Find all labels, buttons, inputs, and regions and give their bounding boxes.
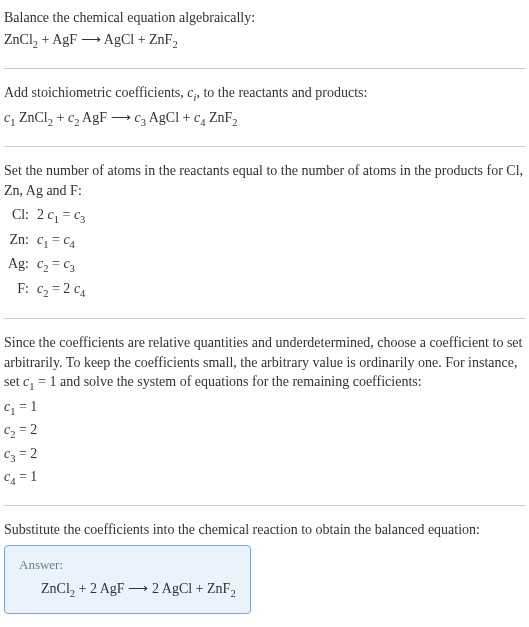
reaction-arrow-icon: ⟶ [111,110,132,125]
text-part: , to the reactants and products: [196,85,367,100]
reaction-arrow-icon: ⟶ [128,581,149,596]
element-label: Ag: [4,253,33,277]
coefficient-equation: c1 ZnCl2 + c2 AgF ⟶ c3 AgCl + c4 ZnF2 [4,108,525,130]
element-equation: c2 = 2 c4 [33,278,89,302]
eq-part: = 2 [15,446,37,461]
element-equation: c2 = c3 [33,253,89,277]
eq-part: = [59,207,74,222]
unbalanced-equation: ZnCl2 + AgF ⟶ AgCl + ZnF2 [4,30,525,52]
coef-sub: 3 [80,214,85,225]
balanced-equation: ZnCl2 + 2 AgF ⟶ 2 AgCl + ZnF2 [19,579,236,601]
element-label: Cl: [4,204,33,228]
eq-part: = 1 [15,469,37,484]
section-problem: Balance the chemical equation algebraica… [4,8,525,69]
eq-part: ZnF [205,110,232,125]
eq-part: AgCl + ZnF [101,32,172,47]
section-atom-balance: Set the number of atoms in the reactants… [4,161,525,319]
element-equation: 2 c1 = c3 [33,204,89,228]
eq-part: AgCl + [146,110,194,125]
element-equation: c1 = c4 [33,229,89,253]
eq-part: = 1 [15,399,37,414]
atom-balance-text: Set the number of atoms in the reactants… [4,161,525,200]
coefficient-value: c1 = 1 [4,397,525,419]
text-part: Add stoichiometric coefficients, [4,85,187,100]
section-solve: Since the coefficients are relative quan… [4,333,525,506]
eq-part: ZnCl [41,581,70,596]
section-answer: Substitute the coefficients into the che… [4,520,525,627]
table-row: Zn: c1 = c4 [4,229,89,253]
coef-sub: 4 [70,239,75,250]
prompt-text: Balance the chemical equation algebraica… [4,8,525,28]
element-label: Zn: [4,229,33,253]
section-coefficients-intro: Add stoichiometric coefficients, ci, to … [4,83,525,147]
eq-part: ZnCl [4,32,33,47]
table-row: Ag: c2 = c3 [4,253,89,277]
coeff-intro-text: Add stoichiometric coefficients, ci, to … [4,83,525,105]
reaction-arrow-icon: ⟶ [81,32,102,47]
answer-label: Answer: [19,556,236,574]
eq-part: = 2 [48,281,73,296]
table-row: Cl: 2 c1 = c3 [4,204,89,228]
eq-part: 2 [37,207,48,222]
eq-part: + AgF [38,32,81,47]
element-label: F: [4,278,33,302]
table-row: F: c2 = 2 c4 [4,278,89,302]
eq-part: 2 AgCl + ZnF [149,581,231,596]
subscript: 2 [172,38,177,49]
eq-part: ZnCl [15,110,47,125]
answer-box: Answer: ZnCl2 + 2 AgF ⟶ 2 AgCl + ZnF2 [4,545,251,614]
eq-part: = [48,256,63,271]
subscript: 2 [232,116,237,127]
solve-text: Since the coefficients are relative quan… [4,333,525,395]
subscript: 2 [230,587,235,598]
coefficient-value: c2 = 2 [4,420,525,442]
text-part: = 1 and solve the system of equations fo… [35,374,422,389]
eq-part: = [48,232,63,247]
eq-part: + 2 AgF [75,581,128,596]
coefficient-value: c3 = 2 [4,444,525,466]
atom-balance-table: Cl: 2 c1 = c3 Zn: c1 = c4 Ag: c2 = c3 F:… [4,204,89,302]
coef-sub: 4 [80,287,85,298]
coef-sub: 3 [70,263,75,274]
eq-part: + [53,110,68,125]
substitute-text: Substitute the coefficients into the che… [4,520,525,540]
eq-part: = 2 [15,422,37,437]
eq-part: AgF [79,110,110,125]
coefficient-value: c4 = 1 [4,467,525,489]
